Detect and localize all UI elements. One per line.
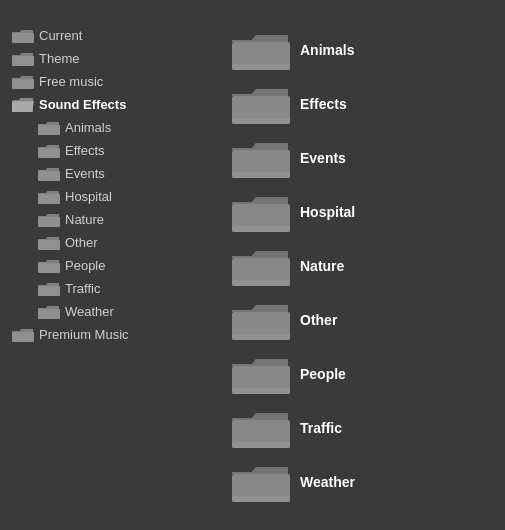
svg-rect-13 [12,332,34,342]
svg-rect-2 [12,79,34,89]
folder-icon-premium-music [12,326,34,343]
svg-rect-27 [232,388,290,394]
tree-item-nature[interactable]: Nature [10,208,220,231]
tree-panel: Current Theme Free music Sound Effects A… [0,24,220,508]
folder-icon-sound-effects [12,96,34,113]
tree-label-current: Current [39,28,82,43]
tree-item-weather[interactable]: Weather [10,300,220,323]
svg-rect-17 [232,118,290,124]
svg-rect-9 [38,240,60,250]
grid-label-nature: Nature [300,258,344,274]
tree-label-animals: Animals [65,120,111,135]
svg-rect-5 [38,148,60,158]
tree-label-weather: Weather [65,304,114,319]
svg-rect-15 [232,64,290,70]
tree-label-hospital: Hospital [65,189,112,204]
tree-label-people: People [65,258,105,273]
page-title [0,0,505,24]
grid-label-traffic: Traffic [300,420,342,436]
grid-label-other: Other [300,312,337,328]
grid-item-events[interactable]: Events [230,132,495,184]
folder-icon-free-music [12,73,34,90]
tree-label-nature: Nature [65,212,104,227]
tree-item-traffic[interactable]: Traffic [10,277,220,300]
svg-rect-29 [232,442,290,448]
tree-label-premium-music: Premium Music [39,327,129,342]
tree-item-animals[interactable]: Animals [10,116,220,139]
large-folder-icon-people [232,352,290,396]
tree-item-sound-effects[interactable]: Sound Effects [10,93,220,116]
folder-icon-people [38,257,60,274]
large-folder-icon-effects [232,82,290,126]
grid-item-animals[interactable]: Animals [230,24,495,76]
folder-icon-effects [38,142,60,159]
svg-rect-25 [232,334,290,340]
svg-rect-0 [12,33,34,43]
large-folder-icon-other [232,298,290,342]
grid-item-effects[interactable]: Effects [230,78,495,130]
svg-rect-21 [232,226,290,232]
svg-rect-6 [38,171,60,181]
svg-rect-1 [12,56,34,66]
tree-label-theme: Theme [39,51,79,66]
grid-panel: Animals Effects Events Hospital Nature O… [220,24,505,508]
folder-icon-theme [12,50,34,67]
grid-item-weather[interactable]: Weather [230,456,495,508]
svg-rect-19 [232,172,290,178]
large-folder-icon-events [232,136,290,180]
tree-item-free-music[interactable]: Free music [10,70,220,93]
folder-icon-hospital [38,188,60,205]
tree-item-people[interactable]: People [10,254,220,277]
tree-label-sound-effects: Sound Effects [39,97,126,112]
grid-label-events: Events [300,150,346,166]
grid-item-hospital[interactable]: Hospital [230,186,495,238]
svg-rect-4 [38,125,60,135]
tree-label-effects: Effects [65,143,105,158]
tree-item-effects[interactable]: Effects [10,139,220,162]
large-folder-icon-nature [232,244,290,288]
grid-item-other[interactable]: Other [230,294,495,346]
svg-rect-10 [38,263,60,273]
grid-label-hospital: Hospital [300,204,355,220]
svg-rect-8 [38,217,60,227]
svg-rect-23 [232,280,290,286]
svg-rect-31 [232,496,290,502]
tree-item-other[interactable]: Other [10,231,220,254]
large-folder-icon-hospital [232,190,290,234]
tree-item-current[interactable]: Current [10,24,220,47]
tree-item-hospital[interactable]: Hospital [10,185,220,208]
large-folder-icon-animals [232,28,290,72]
grid-label-effects: Effects [300,96,347,112]
tree-item-theme[interactable]: Theme [10,47,220,70]
svg-rect-12 [38,309,60,319]
grid-label-weather: Weather [300,474,355,490]
folder-icon-weather [38,303,60,320]
folder-icon-events [38,165,60,182]
grid-label-people: People [300,366,346,382]
large-folder-icon-weather [232,460,290,504]
tree-label-free-music: Free music [39,74,103,89]
tree-label-events: Events [65,166,105,181]
grid-item-nature[interactable]: Nature [230,240,495,292]
grid-item-people[interactable]: People [230,348,495,400]
large-folder-icon-traffic [232,406,290,450]
tree-label-other: Other [65,235,98,250]
svg-rect-7 [38,194,60,204]
svg-rect-11 [38,286,60,296]
tree-item-events[interactable]: Events [10,162,220,185]
folder-icon-animals [38,119,60,136]
folder-icon-nature [38,211,60,228]
folder-icon-traffic [38,280,60,297]
tree-label-traffic: Traffic [65,281,100,296]
grid-item-traffic[interactable]: Traffic [230,402,495,454]
folder-icon-other [38,234,60,251]
folder-icon-current [12,27,34,44]
tree-item-premium-music[interactable]: Premium Music [10,323,220,346]
grid-label-animals: Animals [300,42,354,58]
